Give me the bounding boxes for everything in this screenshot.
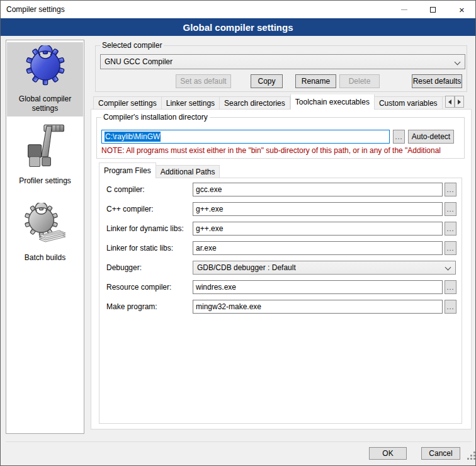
c-compiler-browse-button[interactable]: ...: [445, 183, 456, 196]
field-label-cpp-compiler: C++ compiler:: [106, 202, 154, 216]
sidebar-label-global-compiler-settings[interactable]: Global compiler settings: [8, 94, 82, 113]
install-dir-note: NOTE: All programs must exist either in …: [101, 146, 462, 155]
resource-compiler-browse-button[interactable]: ...: [445, 280, 456, 294]
linker-static-input[interactable]: ar.exe: [193, 241, 443, 255]
title-bar[interactable]: Compiler settings ×: [1, 1, 475, 18]
tab-search-directories[interactable]: Search directories: [220, 96, 290, 110]
linker-dynamic-input[interactable]: g++.exe: [193, 222, 443, 236]
tab-linker-settings[interactable]: Linker settings: [162, 96, 220, 110]
footer-divider: [6, 441, 472, 442]
ok-button[interactable]: OK: [369, 447, 407, 460]
tab-compiler-settings[interactable]: Compiler settings: [93, 96, 162, 110]
field-label-make-program: Make program:: [106, 300, 157, 314]
page-title: Global compiler settings: [1, 18, 475, 36]
blue-gear-icon[interactable]: [25, 45, 65, 86]
auto-detect-button[interactable]: Auto-detect: [408, 130, 454, 144]
delete-button[interactable]: Delete: [339, 74, 380, 88]
close-icon: ×: [459, 5, 465, 14]
field-label-resource-compiler: Resource compiler:: [106, 280, 171, 294]
maximize-button[interactable]: [419, 1, 447, 18]
chevron-down-icon: [455, 59, 461, 65]
subtab-program-files[interactable]: Program Files: [99, 162, 156, 178]
cpp-compiler-browse-button[interactable]: ...: [445, 202, 456, 216]
resize-grip[interactable]: [467, 458, 469, 460]
cpp-compiler-input[interactable]: g++.exe: [193, 202, 443, 216]
minimize-icon: [401, 9, 407, 10]
field-label-linker-static: Linker for static libs:: [106, 241, 173, 255]
rename-button[interactable]: Rename: [295, 74, 336, 88]
program-files-tab-strip: Program Files Additional Paths: [99, 162, 220, 178]
tab-scroll-right-button[interactable]: [455, 96, 464, 108]
debugger-select[interactable]: GDB/CDB debugger : Default: [193, 261, 456, 275]
linker-static-browse-button[interactable]: ...: [445, 241, 456, 255]
sidebar-label-profiler-settings[interactable]: Profiler settings: [8, 176, 82, 186]
install-dir-group-label: Compiler's installation directory: [101, 113, 210, 122]
set-as-default-button[interactable]: Set as default: [176, 74, 231, 88]
profiler-caliper-icon[interactable]: [24, 122, 67, 173]
tab-toolchain-executables[interactable]: Toolchain executables: [290, 94, 375, 110]
sidebar-label-batch-builds[interactable]: Batch builds: [8, 253, 82, 263]
install-dir-browse-button[interactable]: ...: [393, 130, 405, 144]
compiler-select-value: GNU GCC Compiler: [105, 57, 173, 66]
debugger-select-value: GDB/CDB debugger : Default: [197, 263, 296, 272]
resource-compiler-input[interactable]: windres.exe: [193, 280, 443, 294]
make-program-browse-button[interactable]: ...: [445, 300, 456, 314]
linker-dynamic-browse-button[interactable]: ...: [445, 222, 456, 236]
reset-defaults-button[interactable]: Reset defaults: [412, 74, 462, 88]
field-label-debugger: Debugger:: [106, 261, 142, 275]
settings-tab-strip: Compiler settings Linker settings Search…: [93, 94, 445, 110]
compiler-settings-dialog: Compiler settings × Global compiler sett…: [0, 0, 476, 466]
subtab-additional-paths[interactable]: Additional Paths: [156, 165, 220, 178]
minimize-button[interactable]: [390, 1, 418, 18]
chevron-down-icon: [445, 264, 451, 271]
tab-scroll-left-button[interactable]: [445, 96, 455, 108]
maximize-icon: [430, 7, 436, 13]
close-button[interactable]: ×: [448, 1, 476, 18]
window-title: Compiler settings: [6, 5, 65, 14]
c-compiler-input[interactable]: gcc.exe: [193, 183, 443, 196]
copy-button[interactable]: Copy: [251, 74, 283, 88]
make-program-input[interactable]: mingw32-make.exe: [193, 300, 443, 314]
field-label-linker-dynamic: Linker for dynamic libs:: [106, 222, 184, 236]
arrow-left-icon: [448, 99, 451, 105]
tab-custom-variables[interactable]: Custom variables: [375, 96, 443, 110]
batch-builds-gear-icon[interactable]: [23, 203, 68, 249]
settings-category-sidebar: Global compiler settings Profiler settin…: [6, 40, 84, 434]
compiler-select[interactable]: GNU GCC Compiler: [100, 54, 465, 69]
cancel-button[interactable]: Cancel: [421, 447, 460, 460]
arrow-right-icon: [458, 99, 461, 105]
install-dir-value: C:\raylib\MinGW: [105, 132, 161, 142]
install-dir-input[interactable]: C:\raylib\MinGW: [101, 130, 390, 144]
selected-compiler-group-label: Selected compiler: [100, 41, 164, 50]
field-label-c-compiler: C compiler:: [106, 183, 145, 196]
